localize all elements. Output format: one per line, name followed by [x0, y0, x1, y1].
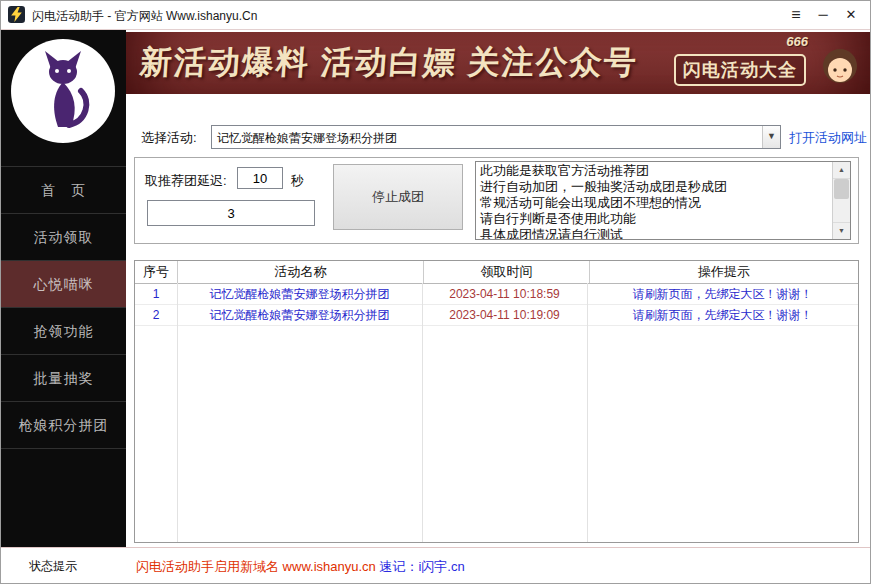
info-line: 进行自动加团，一般抽奖活动成团是秒成团 — [480, 179, 830, 195]
cell-index: 2 — [135, 305, 177, 325]
scroll-up-icon[interactable]: ▲ — [833, 162, 850, 179]
cell-tip: 请刷新页面，先绑定大区！谢谢！ — [587, 284, 858, 304]
domain-notice: 闪电活动助手启用新域名 www.ishanyu.cn 速记：i闪宇.cn — [136, 558, 465, 576]
sidebar-menu: 首 页 活动领取 心悦喵咪 抢领功能 批量抽奖 枪娘积分拼团 — [1, 166, 126, 449]
app-window: 闪电活动助手 - 官方网站 Www.ishanyu.Cn ≡ ─ ✕ 首 页 — [0, 0, 871, 584]
delay-unit-label: 秒 — [291, 172, 304, 190]
activity-table: 序号 活动名称 领取时间 操作提示 1 记忆觉醒枪娘蕾安娜登场积分拼团 2023… — [134, 260, 859, 543]
banner-666-label: 666 — [786, 34, 808, 49]
banner-headline: 新活动爆料 活动白嫖 关注公众号 — [138, 41, 639, 85]
info-textbox: 此功能是获取官方活动推荐团 进行自动加团，一般抽奖活动成团是秒成团 常规活动可能… — [475, 161, 851, 240]
sidebar-item-xinyue-cat[interactable]: 心悦喵咪 — [1, 260, 126, 307]
titlebar: 闪电活动助手 - 官方网站 Www.ishanyu.Cn ≡ ─ ✕ — [1, 1, 870, 30]
sidebar-item-batch-lottery[interactable]: 批量抽奖 — [1, 354, 126, 401]
vertical-scrollbar[interactable]: ▲ ▼ — [832, 162, 850, 239]
sidebar-item-home[interactable]: 首 页 — [1, 166, 126, 213]
table-grid-line — [422, 283, 423, 542]
activity-label: 选择活动: — [141, 129, 197, 147]
status-bar: 状态提示 闪电活动助手启用新域名 www.ishanyu.cn 速记：i闪宇.c… — [1, 547, 870, 583]
info-text: 此功能是获取官方活动推荐团 进行自动加团，一般抽奖活动成团是秒成团 常规活动可能… — [480, 163, 830, 240]
info-line: 请自行判断是否使用此功能 — [480, 211, 830, 227]
domain-notice-red: 闪电活动助手启用新域名 www.ishanyu.cn — [136, 559, 379, 574]
chevron-down-icon[interactable]: ▼ — [762, 126, 780, 148]
count-input[interactable] — [147, 200, 315, 226]
cell-activity-name: 记忆觉醒枪娘蕾安娜登场积分拼团 — [177, 284, 422, 304]
minimize-icon[interactable]: ─ — [813, 5, 833, 25]
delay-label: 取推荐团延迟: — [145, 172, 227, 190]
cell-claim-time: 2023-04-11 10:19:09 — [422, 305, 587, 325]
col-header-activity-name[interactable]: 活动名称 — [178, 261, 424, 283]
table-row[interactable]: 2 记忆觉醒枪娘蕾安娜登场积分拼团 2023-04-11 10:19:09 请刷… — [135, 305, 858, 326]
main-area: 新活动爆料 活动白嫖 关注公众号 666 闪电活动大全 选择活动: 记忆觉醒枪娘… — [126, 30, 870, 548]
banner-badge: 闪电活动大全 — [674, 54, 806, 86]
col-header-index[interactable]: 序号 — [135, 261, 178, 283]
cell-index: 1 — [135, 284, 177, 304]
cell-claim-time: 2023-04-11 10:18:59 — [422, 284, 587, 304]
hamburger-menu-icon[interactable]: ≡ — [786, 5, 806, 25]
scrollbar-thumb[interactable] — [834, 179, 849, 199]
table-row[interactable]: 1 记忆觉醒枪娘蕾安娜登场积分拼团 2023-04-11 10:18:59 请刷… — [135, 284, 858, 305]
anime-girl-icon — [810, 36, 868, 94]
window-title: 闪电活动助手 - 官方网站 Www.ishanyu.Cn — [32, 8, 257, 25]
col-header-tip[interactable]: 操作提示 — [590, 261, 858, 283]
cell-activity-name: 记忆觉醒枪娘蕾安娜登场积分拼团 — [177, 305, 422, 325]
col-header-claim-time[interactable]: 领取时间 — [424, 261, 590, 283]
table-grid-line — [587, 283, 588, 542]
info-line: 常规活动可能会出现成团不理想的情况 — [480, 195, 830, 211]
activity-dropdown[interactable]: 记忆觉醒枪娘蕾安娜登场积分拼团 ▼ — [211, 125, 781, 149]
stop-group-button[interactable]: 停止成团 — [333, 164, 463, 230]
sidebar-item-activity-claim[interactable]: 活动领取 — [1, 213, 126, 260]
info-line: 具体成团情况请自行测试 — [480, 227, 830, 240]
cell-tip: 请刷新页面，先绑定大区！谢谢！ — [587, 305, 858, 325]
activity-selector-row: 选择活动: 记忆觉醒枪娘蕾安娜登场积分拼团 ▼ 打开活动网址 — [126, 125, 870, 149]
domain-notice-blue: 速记：i闪宇.cn — [379, 559, 464, 574]
promo-banner: 新活动爆料 活动白嫖 关注公众号 666 闪电活动大全 — [126, 32, 870, 94]
sidebar-item-points-group[interactable]: 枪娘积分拼团 — [1, 401, 126, 449]
scroll-down-icon[interactable]: ▼ — [833, 222, 850, 239]
close-icon[interactable]: ✕ — [841, 5, 861, 25]
sidebar-item-grab[interactable]: 抢领功能 — [1, 307, 126, 354]
delay-seconds-input[interactable] — [237, 167, 283, 189]
cat-logo — [11, 39, 115, 143]
activity-dropdown-value: 记忆觉醒枪娘蕾安娜登场积分拼团 — [217, 130, 397, 147]
info-line: 此功能是获取官方活动推荐团 — [480, 163, 830, 179]
lightning-app-icon — [8, 6, 25, 23]
status-label: 状态提示 — [29, 558, 77, 575]
recommend-group-panel: 取推荐团延迟: 秒 停止成团 此功能是获取官方活动推荐团 进行自动加团，一般抽奖… — [134, 157, 859, 244]
table-header: 序号 活动名称 领取时间 操作提示 — [135, 261, 858, 284]
table-grid-line — [177, 283, 178, 542]
sidebar: 首 页 活动领取 心悦喵咪 抢领功能 批量抽奖 枪娘积分拼团 — [1, 30, 126, 548]
open-activity-url-link[interactable]: 打开活动网址 — [789, 129, 867, 147]
